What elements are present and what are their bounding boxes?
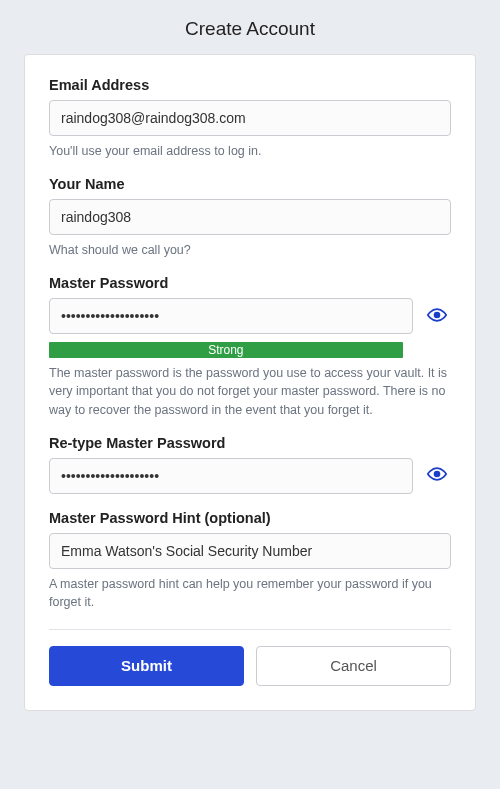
password-hint-input[interactable] — [49, 533, 451, 569]
email-label: Email Address — [49, 77, 451, 93]
eye-icon — [427, 305, 447, 328]
retype-password-label: Re-type Master Password — [49, 435, 451, 451]
password-hint-field-group: Master Password Hint (optional) A master… — [49, 510, 451, 611]
password-hint-help: A master password hint can help you reme… — [49, 575, 451, 611]
email-hint: You'll use your email address to log in. — [49, 142, 451, 160]
master-password-field-group: Master Password Strong The master passwo… — [49, 275, 451, 418]
master-password-label: Master Password — [49, 275, 451, 291]
password-strength-bar: Strong — [49, 342, 403, 358]
toggle-visibility-button-retype[interactable] — [423, 462, 451, 489]
toggle-visibility-button-master[interactable] — [423, 303, 451, 330]
divider — [49, 629, 451, 630]
page-title: Create Account — [0, 0, 500, 54]
master-password-hint: The master password is the password you … — [49, 364, 451, 418]
retype-password-field-group: Re-type Master Password — [49, 435, 451, 494]
master-password-input[interactable] — [49, 298, 413, 334]
name-hint: What should we call you? — [49, 241, 451, 259]
svg-point-0 — [435, 312, 440, 317]
password-hint-label: Master Password Hint (optional) — [49, 510, 451, 526]
submit-button[interactable]: Submit — [49, 646, 244, 686]
name-field-group: Your Name What should we call you? — [49, 176, 451, 259]
cancel-button[interactable]: Cancel — [256, 646, 451, 686]
button-row: Submit Cancel — [49, 646, 451, 686]
name-input[interactable] — [49, 199, 451, 235]
create-account-card: Email Address You'll use your email addr… — [24, 54, 476, 711]
email-input[interactable] — [49, 100, 451, 136]
name-label: Your Name — [49, 176, 451, 192]
eye-icon — [427, 464, 447, 487]
email-field-group: Email Address You'll use your email addr… — [49, 77, 451, 160]
svg-point-1 — [435, 472, 440, 477]
retype-password-input[interactable] — [49, 458, 413, 494]
